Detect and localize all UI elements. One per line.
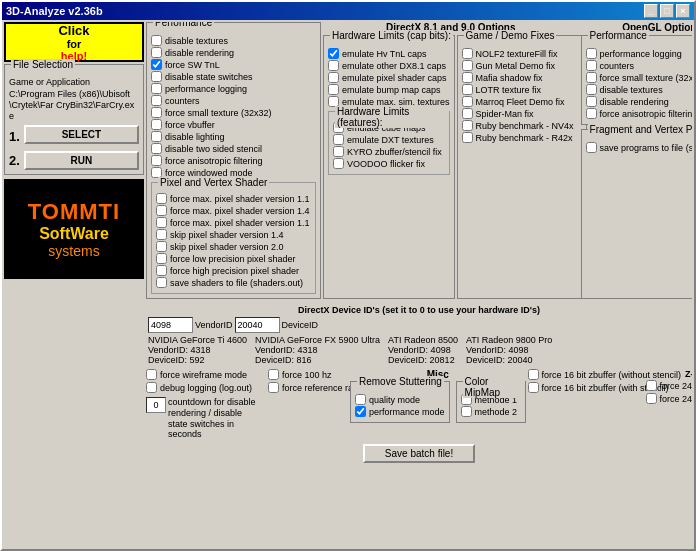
save_shaders-checkbox[interactable] bbox=[156, 277, 167, 288]
click-help-line2: for bbox=[58, 38, 89, 50]
force_small_texture-row: force small texture (32x32) bbox=[151, 107, 316, 118]
debug-logging-checkbox[interactable] bbox=[146, 382, 157, 393]
force_anisotropic-checkbox[interactable] bbox=[586, 108, 597, 119]
misc-center-col: Misc Remove Stuttering quality mode perf… bbox=[350, 369, 526, 440]
lotr_texture-row: LOTR texture fix bbox=[462, 84, 582, 95]
force_sw_tnl-row: force SW TnL bbox=[151, 59, 316, 70]
gun_metal_demo-checkbox[interactable] bbox=[462, 60, 473, 71]
force_sw_tnl-checkbox[interactable] bbox=[151, 59, 162, 70]
counters-checkbox[interactable] bbox=[586, 60, 597, 71]
nvidia-ti4600-card: NVIDIA GeForce Ti 4600 VendorID: 4318 De… bbox=[148, 335, 247, 365]
force-100hz-checkbox[interactable] bbox=[268, 369, 279, 380]
spider_man-checkbox[interactable] bbox=[462, 108, 473, 119]
skip_pixel_20-checkbox[interactable] bbox=[156, 241, 167, 252]
disable_rendering-label: disable rendering bbox=[165, 48, 234, 58]
counters-checkbox[interactable] bbox=[151, 95, 162, 106]
opengl-perf-label: Performance bbox=[588, 30, 649, 41]
emulate_pixel_shader_caps-label: emulate pixel shader caps bbox=[342, 73, 447, 83]
mafia_shadow-label: Mafia shadow fix bbox=[476, 73, 543, 83]
ruby_nv4x-row: Ruby benchmark - NV4x bbox=[462, 120, 582, 131]
skip_pixel_14-checkbox[interactable] bbox=[156, 229, 167, 240]
force-ref-rast-checkbox[interactable] bbox=[268, 382, 279, 393]
emulate_other_dx81-label: emulate other DX8.1 caps bbox=[342, 61, 446, 71]
methode2-checkbox[interactable] bbox=[461, 406, 472, 417]
close-button[interactable]: × bbox=[676, 4, 690, 18]
nolf2_texture-checkbox[interactable] bbox=[462, 48, 473, 59]
kyro_zbuffer-row: KYRO zbuffer/stencil fix bbox=[333, 146, 445, 157]
ati-9800-device: DeviceID: 20040 bbox=[466, 355, 552, 365]
run-button[interactable]: RUN bbox=[24, 151, 139, 170]
methode2-label: methode 2 bbox=[475, 407, 518, 417]
fragment-checkboxes: save programs to file (shaders.out) bbox=[586, 142, 692, 153]
click-help-box[interactable]: Click for help! bbox=[4, 22, 144, 62]
logo-line1: TOMMTI bbox=[28, 199, 120, 225]
force_max_pixel_14-checkbox[interactable] bbox=[156, 205, 167, 216]
disable_state_switches-checkbox[interactable] bbox=[151, 71, 162, 82]
force_small_texture-checkbox[interactable] bbox=[151, 107, 162, 118]
voodoo_flicker-checkbox[interactable] bbox=[333, 158, 344, 169]
force_anisotropic-checkbox[interactable] bbox=[151, 155, 162, 166]
device-id-input[interactable] bbox=[235, 317, 280, 333]
force_max_pixel_11b-checkbox[interactable] bbox=[156, 217, 167, 228]
save_programs-row: save programs to file (shaders.out) bbox=[586, 142, 692, 153]
window-title: 3D-Analyze v2.36b bbox=[6, 5, 103, 17]
vendor-id-input[interactable] bbox=[148, 317, 193, 333]
select-button[interactable]: SELECT bbox=[24, 125, 139, 144]
emulate_other_dx81-row: emulate other DX8.1 caps bbox=[328, 60, 450, 71]
ruby_r42x-checkbox[interactable] bbox=[462, 132, 473, 143]
quality-mode-row: quality mode bbox=[355, 394, 445, 405]
save_programs-checkbox[interactable] bbox=[586, 142, 597, 153]
quality-mode-checkbox[interactable] bbox=[355, 394, 366, 405]
force-wireframe-checkbox[interactable] bbox=[146, 369, 157, 380]
force_anisotropic-row: force anisotropic filtering bbox=[586, 108, 692, 119]
zbuffer-label: Z-Buffer bbox=[646, 369, 692, 379]
opengl-section: OpenGL Options Performance performance l… bbox=[581, 22, 692, 301]
emulate_other_dx81-checkbox[interactable] bbox=[328, 60, 339, 71]
force_low_precision-checkbox[interactable] bbox=[156, 253, 167, 264]
disable_rendering-checkbox[interactable] bbox=[586, 96, 597, 107]
force_small_texture-checkbox[interactable] bbox=[586, 72, 597, 83]
save-batch-button[interactable]: Save batch file! bbox=[363, 444, 475, 463]
force_vbuffer-row: force vbuffer bbox=[151, 119, 316, 130]
ruby_nv4x-label: Ruby benchmark - NV4x bbox=[476, 121, 574, 131]
performance_logging-checkbox[interactable] bbox=[151, 83, 162, 94]
disable_two_sided_stencil-label: disable two sided stencil bbox=[165, 144, 262, 154]
nolf2_texture-row: NOLF2 textureFill fix bbox=[462, 48, 582, 59]
emulate_pixel_shader_caps-checkbox[interactable] bbox=[328, 72, 339, 83]
mafia_shadow-checkbox[interactable] bbox=[462, 72, 473, 83]
gun_metal_demo-row: Gun Metal Demo fix bbox=[462, 60, 582, 71]
emulate_hv_tnl-row: emulate Hv TnL caps bbox=[328, 48, 450, 59]
minimize-button[interactable]: _ bbox=[644, 4, 658, 18]
force_vbuffer-checkbox[interactable] bbox=[151, 119, 162, 130]
disable_textures-checkbox[interactable] bbox=[586, 84, 597, 95]
force-16bit-with-stencil-checkbox[interactable] bbox=[528, 382, 539, 393]
force-16bit-no-stencil-label: force 16 bit zbuffer (without stencil) bbox=[542, 370, 642, 380]
disable_textures-checkbox[interactable] bbox=[151, 35, 162, 46]
force-zbuffer-col: force 16 bit zbuffer (without stencil) f… bbox=[528, 369, 642, 440]
disable_rendering-checkbox[interactable] bbox=[151, 47, 162, 58]
marroq_fleet-checkbox[interactable] bbox=[462, 96, 473, 107]
force_small_texture-label: force small texture (32x32) bbox=[600, 73, 692, 83]
emulate_hv_tnl-checkbox[interactable] bbox=[328, 48, 339, 59]
force_high_precision-checkbox[interactable] bbox=[156, 265, 167, 276]
debug-logging-label: debug logging (log.out) bbox=[160, 383, 252, 393]
ati-9800-card: ATI Radeon 9800 Pro VendorID: 4098 Devic… bbox=[466, 335, 552, 365]
force_max_pixel_11-checkbox[interactable] bbox=[156, 193, 167, 204]
force-24bit-with-stencil-checkbox[interactable] bbox=[646, 393, 657, 404]
ruby_r42x-label: Ruby benchmark - R42x bbox=[476, 133, 573, 143]
ruby_nv4x-checkbox[interactable] bbox=[462, 120, 473, 131]
maximize-button[interactable]: □ bbox=[660, 4, 674, 18]
disable_two_sided_stencil-checkbox[interactable] bbox=[151, 143, 162, 154]
performance_logging-checkbox[interactable] bbox=[586, 48, 597, 59]
countdown-input[interactable] bbox=[146, 397, 166, 413]
emulate_dxt-checkbox[interactable] bbox=[333, 134, 344, 145]
disable_lighting-checkbox[interactable] bbox=[151, 131, 162, 142]
force-16bit-no-stencil-checkbox[interactable] bbox=[528, 369, 539, 380]
performance-mode-row: performance mode bbox=[355, 406, 445, 417]
emulate_bump_map_caps-checkbox[interactable] bbox=[328, 84, 339, 95]
lotr_texture-checkbox[interactable] bbox=[462, 84, 473, 95]
counters-row: counters bbox=[151, 95, 316, 106]
force-24bit-no-stencil-checkbox[interactable] bbox=[646, 380, 657, 391]
kyro_zbuffer-checkbox[interactable] bbox=[333, 146, 344, 157]
performance-mode-checkbox[interactable] bbox=[355, 406, 366, 417]
